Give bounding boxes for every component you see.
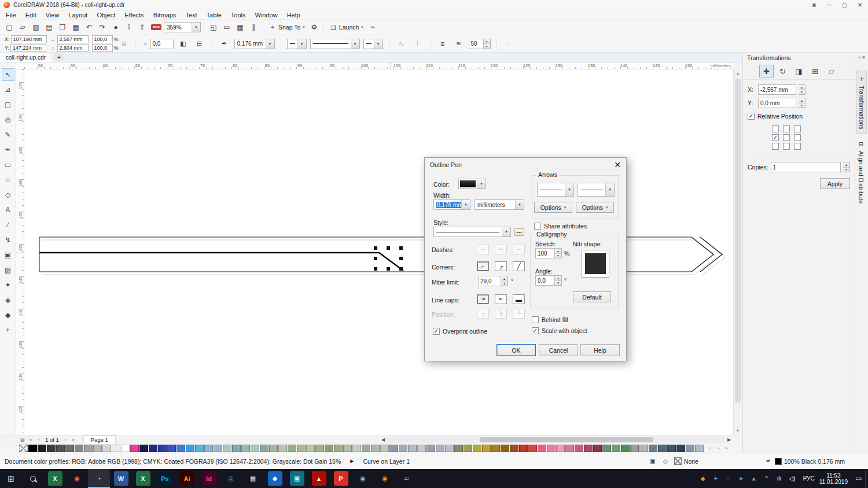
scale-y-input[interactable]: 100,0 [92,44,113,52]
copies-input[interactable]: 1 [771,162,841,172]
taskbar-photos-icon[interactable]: ▣ [286,469,308,488]
taskbar-photoshop-icon[interactable]: Ps [154,469,176,488]
outline-color-picker[interactable]: ▾ [458,179,486,189]
ellipse-tool[interactable]: ○ [2,173,14,186]
save-icon[interactable]: ▥ [30,21,42,34]
zoom-level-select[interactable]: 359%▾ [164,22,201,32]
drop-shadow-tool[interactable]: ▣ [2,249,14,261]
tray-icon-green[interactable]: ▲ [748,469,760,488]
anchor-bottom-center[interactable] [783,143,790,150]
object-height-input[interactable]: 2,604 mm [57,44,89,52]
pick-tool[interactable]: ↖ [2,68,14,81]
smart-fill-tool[interactable]: ◆ [2,309,14,321]
tray-icon-bird[interactable]: ➤ [735,469,748,488]
prev-page-button[interactable]: ‹ [35,436,43,443]
arrow-start-select[interactable]: ▾ [537,183,574,197]
language-indicator[interactable]: РУС [803,475,815,482]
ruler-origin-button[interactable] [16,62,24,69]
launch-button[interactable]: ❑ Launch ▾ [327,22,366,32]
apply-button[interactable]: Apply [820,178,850,189]
show-guidelines-icon[interactable]: ∥ [247,21,260,34]
copy-icon[interactable]: ❐ [56,21,69,34]
import-icon[interactable]: ⇩ [123,21,135,34]
help-button[interactable]: Help [580,344,620,356]
default-button[interactable]: Default [573,291,611,302]
transform-y-stepper[interactable]: ▲▼ [799,98,806,108]
cap-square-option[interactable]: ▬ [513,294,525,304]
anchor-middle-center[interactable] [783,134,790,141]
copies-stepper[interactable]: ▲▼ [843,162,850,172]
ok-button[interactable]: OK [496,344,536,356]
minimize-button[interactable]: ─ [822,0,837,10]
mirror-horizontal-icon[interactable]: ◧ [177,38,190,50]
show-rulers-icon[interactable]: ▭ [220,21,233,34]
polygon-tool[interactable]: ◇ [2,188,14,201]
arrow-end-options-button[interactable]: Options▾ [576,202,614,213]
crop-tool[interactable]: ▢ [2,98,14,111]
last-page-button[interactable]: » [69,436,78,443]
scroll-up-button[interactable]: ▲ [734,69,742,77]
export-icon[interactable]: ⇧ [136,21,149,34]
palette-expand-button[interactable]: » [722,445,730,452]
scale-x-input[interactable]: 100,0 [92,35,113,43]
smoothing-stepper[interactable]: ▲▼ [484,39,491,49]
transform-y-input[interactable]: 0,0 mm [758,98,796,108]
anchor-middle-right[interactable] [794,134,801,141]
scale-mirror-transform-icon[interactable]: ◨ [792,65,806,77]
style-select[interactable]: ▾ [433,227,511,237]
miter-limit-input[interactable]: 29,0 [478,276,501,286]
line-end-arrow-select[interactable]: ▾ [363,39,383,49]
tray-volume-icon[interactable]: ◁) [786,469,799,488]
taskbar-browser-icon[interactable]: ◉ [66,469,88,488]
taskbar-coreldraw-icon[interactable]: ◔ [88,469,110,488]
artistic-media-tool[interactable]: ✒ [2,143,14,156]
new-document-icon[interactable]: ▢ [3,21,16,34]
edit-style-button[interactable]: ••• [514,228,524,236]
width-input[interactable]: 0,176 mm▾ [433,199,470,210]
behind-fill-checkbox[interactable] [532,316,539,323]
show-grid-icon[interactable]: ▦ [234,21,247,34]
tray-icon-search[interactable]: ◌ [722,469,735,488]
docker-expand-icon[interactable]: » [858,55,860,60]
dimension-tool[interactable]: ∕ [2,219,14,231]
corner-miter-option[interactable]: ⌐ [477,261,489,271]
relative-position-checkbox[interactable] [748,113,755,120]
smoothing-input[interactable]: 50 [469,39,484,49]
dialog-title-bar[interactable]: Outline Pen ✕ [425,158,626,172]
docker-tab-align-distribute[interactable]: ⊟ Align and Distribute [856,136,866,208]
docker-tab-transformations[interactable]: ✛ Transformations [856,71,867,134]
anchor-top-left[interactable] [772,125,779,132]
palette-scroll-left-button[interactable]: ‹ [706,445,714,452]
maximize-button[interactable]: ▢ [837,0,852,10]
taskbar-excel2-icon[interactable]: X [132,469,154,488]
tray-icon-blue[interactable]: ✦ [709,469,722,488]
rotate-transform-icon[interactable]: ↻ [775,65,790,77]
print-icon[interactable]: ▤ [43,21,56,34]
outline-width-select[interactable]: 0,176 mm▾ [234,39,275,49]
start-button[interactable]: ⊞ [0,469,22,488]
shape-tool[interactable]: ⊿ [2,83,14,96]
taskbar-pdf-icon[interactable]: P [330,469,352,488]
corner-bevel-option[interactable]: ╱ [513,261,525,271]
first-page-button[interactable]: « [27,436,35,443]
arrow-end-select[interactable]: ▾ [578,183,615,197]
tray-network-icon[interactable]: ılı [773,469,786,488]
eyedropper-tool[interactable]: ✦ [2,279,14,291]
lock-ratio-icon[interactable]: ∩▭ [120,36,129,51]
taskbar-folder-icon[interactable]: ▱ [396,469,418,488]
taskbar-indesign-icon[interactable]: Id [198,469,220,488]
object-width-input[interactable]: 2,567 mm [57,35,89,43]
taskbar-excel-icon[interactable]: X [44,469,66,488]
taskbar-clock[interactable]: 11:53 11.01.2019 [819,472,848,485]
cap-butt-option[interactable]: ╼ [477,294,489,304]
stretch-input[interactable]: 100 [535,248,555,258]
taskbar-acdsee-icon[interactable]: ◎ [220,469,242,488]
next-page-button[interactable]: › [61,436,69,443]
notification-center-icon[interactable]: ▭ [852,469,865,488]
x-position-input[interactable]: 107,198 mm [11,35,47,43]
zoom-tool[interactable]: ◎ [2,113,14,126]
overprint-outline-checkbox[interactable] [433,328,440,335]
horizontal-scrollbar[interactable]: ◀ ▶ [379,437,733,443]
tray-hidden-icons[interactable]: ⌃ [760,469,773,488]
anchor-top-center[interactable] [783,125,790,132]
